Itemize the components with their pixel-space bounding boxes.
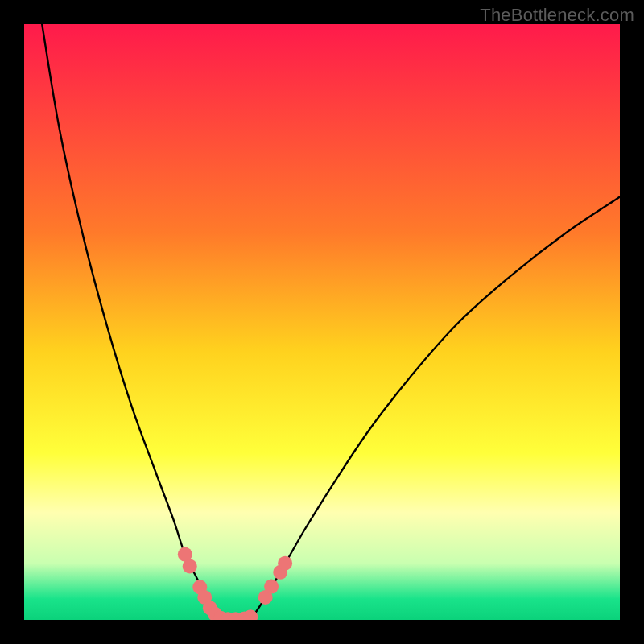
watermark-text: TheBottleneck.com <box>480 5 634 26</box>
chart-frame: TheBottleneck.com <box>0 0 644 644</box>
chart-svg <box>24 24 620 620</box>
plot-area <box>24 24 620 620</box>
data-marker <box>264 580 279 594</box>
data-marker <box>278 556 292 571</box>
data-marker <box>183 559 197 573</box>
chart-background <box>24 24 620 620</box>
